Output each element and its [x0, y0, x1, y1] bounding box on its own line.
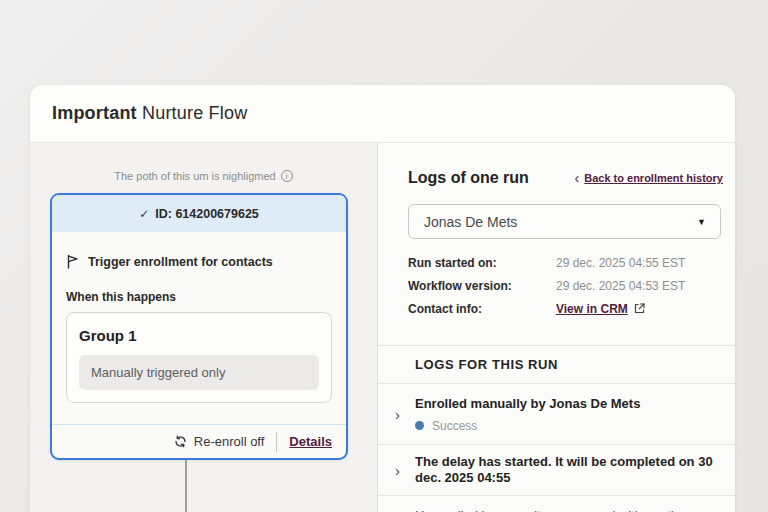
logs-section-title: LOGS FOR THIS RUN: [378, 345, 735, 384]
reenroll-status: Re-enroll off: [174, 434, 265, 449]
trigger-label: Trigger enrollment for contacts: [88, 255, 273, 269]
group-condition-pill: Manually triggered only: [79, 355, 319, 390]
screen: Important Nurture Flow The poth of this …: [0, 0, 768, 512]
workflow-version-row: Workflow version: 29 dec. 2025 04:53 EST: [408, 279, 723, 292]
when-this-happens-label: When this happens: [66, 290, 332, 304]
external-link-icon: [634, 303, 645, 314]
canvas-hint-text: The poth of this um is nighligmed: [114, 170, 275, 182]
view-in-crm-label: View in CRM: [556, 302, 628, 316]
chevron-right-icon[interactable]: ›: [395, 508, 415, 512]
log-entry-status: Success: [415, 419, 640, 433]
workflow-window: Important Nurture Flow The poth of this …: [30, 85, 735, 512]
workflow-id-label: ID: 614200679625: [155, 207, 259, 221]
log-entry-content: Enrolled manually by Jonas De Mets Succe…: [415, 396, 640, 433]
view-in-crm-link[interactable]: View in CRM: [556, 302, 645, 316]
footer-divider: [276, 432, 277, 452]
page-title-bold: Important: [52, 103, 137, 123]
details-link[interactable]: Details: [289, 434, 332, 449]
log-entry-content: The delay has started. It will be comple…: [415, 454, 723, 487]
log-entry[interactable]: › Enrolled manually by Jonas De Mets Suc…: [378, 384, 735, 445]
flow-connector-line: [185, 460, 187, 512]
log-entry-title: Enrolled manually by Jonas De Mets: [415, 396, 640, 413]
trigger-card-footer: Re-enroll off Details: [52, 424, 346, 458]
back-link-label: Back to enrollment history: [584, 172, 723, 184]
log-entry-title: The delay has started. It will be comple…: [415, 454, 723, 487]
contact-dropdown[interactable]: Jonas De Mets ▼: [408, 204, 721, 239]
info-icon[interactable]: i: [281, 170, 293, 182]
run-started-value: 29 dec. 2025 04:55 EST: [556, 256, 685, 270]
log-entry-title: Unenrolled because it was merged with an…: [415, 508, 711, 512]
re-enroll-icon: [174, 435, 187, 448]
reenroll-label: Re-enroll off: [194, 434, 265, 449]
log-entry-content: Unenrolled because it was merged with an…: [415, 508, 711, 512]
contact-info-row: Contact info: View in CRM: [408, 302, 723, 315]
log-entry[interactable]: › The delay has started. It will be comp…: [378, 445, 735, 496]
logs-top-section: Logs of one run ‹ Back to enrollment his…: [378, 143, 735, 345]
check-icon: ✓: [139, 207, 149, 221]
logs-title: Logs of one run: [408, 169, 529, 187]
canvas-hint: The poth of this um is nighligmed i: [30, 170, 377, 182]
logs-header-row: Logs of one run ‹ Back to enrollment his…: [408, 169, 723, 187]
page-title-rest: Nurture Flow: [137, 103, 248, 123]
success-dot-icon: [415, 421, 424, 430]
workflow-version-label: Workflow version:: [408, 279, 556, 293]
app-header: Important Nurture Flow: [30, 85, 735, 143]
workflow-version-value: 29 dec. 2025 04:53 EST: [556, 279, 685, 293]
chevron-right-icon[interactable]: ›: [395, 463, 415, 478]
chevron-right-icon[interactable]: ›: [395, 407, 415, 422]
workflow-canvas: The poth of this um is nighligmed i ✓ ID…: [30, 143, 378, 512]
chevron-left-icon: ‹: [575, 171, 580, 185]
page-title: Important Nurture Flow: [52, 103, 247, 124]
contact-info-label: Contact info:: [408, 302, 556, 316]
trigger-card-body: Trigger enrollment for contacts When thi…: [52, 232, 346, 403]
run-started-label: Run started on:: [408, 256, 556, 270]
logs-panel: Logs of one run ‹ Back to enrollment his…: [378, 143, 735, 512]
caret-down-icon: ▼: [697, 217, 706, 227]
trigger-card[interactable]: ✓ ID: 614200679625 Trigger enrollment: [50, 193, 348, 460]
back-to-enrollment-history-link[interactable]: ‹ Back to enrollment history: [575, 171, 723, 185]
group-title: Group 1: [79, 327, 319, 344]
contact-dropdown-value: Jonas De Mets: [424, 214, 517, 230]
status-label: Success: [432, 419, 477, 433]
trigger-card-header: ✓ ID: 614200679625: [52, 195, 346, 232]
run-info-rows: Run started on: 29 dec. 2025 04:55 EST W…: [408, 256, 723, 345]
run-started-row: Run started on: 29 dec. 2025 04:55 EST: [408, 256, 723, 269]
trigger-group-box[interactable]: Group 1 Manually triggered only: [66, 312, 332, 403]
trigger-row: Trigger enrollment for contacts: [66, 254, 332, 269]
content-panes: The poth of this um is nighligmed i ✓ ID…: [30, 143, 735, 512]
log-entry[interactable]: › Unenrolled because it was merged with …: [378, 496, 735, 512]
flag-icon: [66, 254, 79, 269]
